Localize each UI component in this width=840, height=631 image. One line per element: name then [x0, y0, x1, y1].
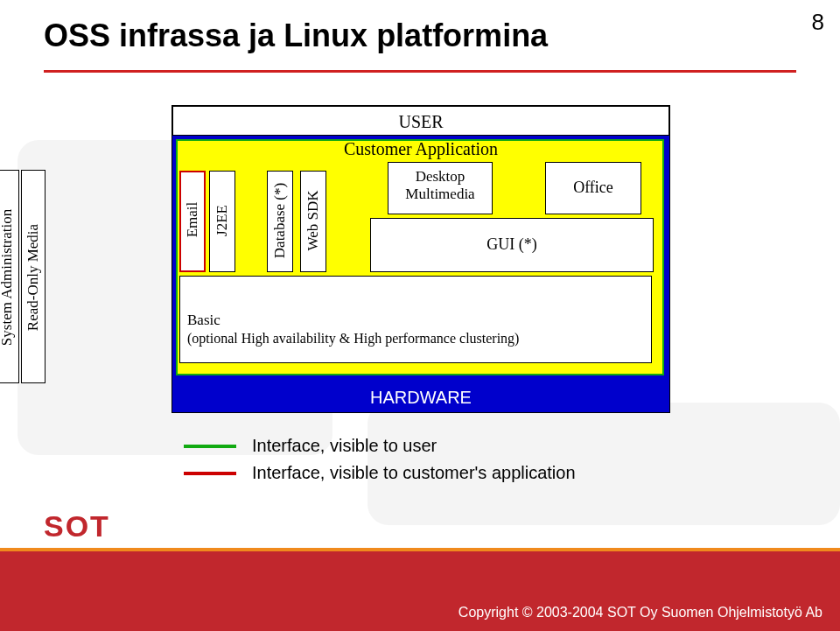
legend: Interface, visible to user Interface, vi…	[184, 429, 576, 490]
right-cluster: GUI (*) Desktop Multimedia Office	[370, 171, 654, 272]
legend-label: Interface, visible to customer's applica…	[252, 463, 576, 483]
page-number: 8	[812, 9, 824, 36]
column-label: Read-Only Media	[24, 224, 42, 331]
legend-swatch-red	[184, 472, 236, 475]
customer-application-label: Customer Application	[172, 139, 669, 159]
gui-layer: GUI (*)	[370, 218, 654, 272]
user-layer: USER	[172, 106, 669, 136]
architecture-diagram: USER Customer Application Basic (optiona…	[172, 105, 670, 413]
column-web-sdk: Web SDK	[300, 171, 326, 272]
slide-page: OSS infrassa ja Linux platformina 8 Inst…	[0, 0, 840, 631]
title-underline	[44, 70, 796, 73]
basic-title: Basic	[187, 312, 220, 329]
column-email: Email	[179, 171, 206, 272]
copyright-text: Copyright © 2003-2004 SOT Oy Suomen Ohje…	[458, 605, 822, 620]
legend-label: Interface, visible to user	[252, 436, 437, 456]
footer-band: Copyright © 2003-2004 SOT Oy Suomen Ohje…	[0, 548, 840, 631]
footer-separator	[0, 548, 840, 551]
user-label: USER	[173, 107, 668, 137]
slide-title: OSS infrassa ja Linux platformina	[44, 18, 548, 54]
brand-logo: SOT	[44, 509, 110, 543]
column-label: Database (*)	[271, 183, 289, 258]
left-column-group: Installer System Administration Read-Onl…	[66, 170, 170, 385]
legend-row-customer: Interface, visible to customer's applica…	[184, 463, 576, 483]
basic-subtitle: (optional High availability & High perfo…	[187, 331, 519, 347]
desktop-multimedia-box: Desktop Multimedia	[388, 162, 493, 214]
column-label: Email	[184, 202, 201, 238]
legend-row-user: Interface, visible to user	[184, 436, 576, 456]
column-label: J2EE	[214, 205, 231, 236]
legend-swatch-green	[184, 445, 236, 448]
column-label: System Administration	[0, 209, 16, 346]
office-box: Office	[545, 162, 641, 214]
column-database: Database (*)	[267, 171, 293, 272]
column-system-administration: System Administration	[0, 170, 19, 383]
column-label: Web SDK	[304, 191, 322, 251]
column-read-only-media: Read-Only Media	[21, 170, 46, 383]
basic-layer: Basic (optional High availability & High…	[179, 276, 652, 363]
hardware-layer: HARDWARE	[172, 382, 669, 412]
middle-columns: Basic (optional High availability & High…	[179, 171, 661, 375]
column-j2ee: J2EE	[209, 171, 235, 272]
